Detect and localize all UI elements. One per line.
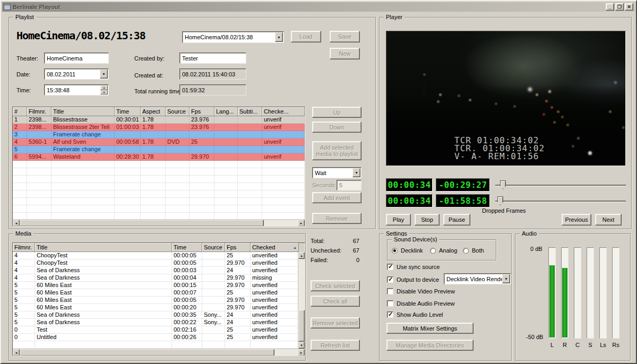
refresh-list-button[interactable]: Refresh list — [311, 340, 360, 351]
playlist-row[interactable] — [13, 176, 305, 183]
playlist-row[interactable]: 6 5994... Wasteland 00:28:30 1.78 29.970… — [13, 153, 305, 161]
playlist-row[interactable] — [13, 190, 305, 198]
next-button[interactable]: Next — [595, 214, 622, 226]
scroll-right-icon[interactable]: ► — [298, 349, 305, 356]
chevron-down-icon[interactable]: ▼ — [100, 70, 108, 79]
matrix-mixer-settings-button[interactable]: Matrix Mixer Settings — [386, 323, 474, 334]
media-hscrollbar[interactable]: ◄ ► — [13, 349, 305, 356]
media-row[interactable]: 5 Sea of Darkness 00:00:35 Sony... 24 un… — [13, 311, 305, 319]
col-filmnr[interactable]: Filmnr. — [27, 107, 51, 116]
media-row[interactable]: 0 Untitled 00:00:26 25 unverified — [13, 334, 305, 341]
col-subtitle[interactable]: Subti... — [238, 107, 262, 116]
radio-icon[interactable] — [392, 248, 398, 254]
disable-video-preview-checkbox[interactable]: Disable Video Preview — [387, 288, 455, 294]
playlist-row[interactable]: 5 Framerate change — [13, 146, 305, 153]
load-button[interactable]: Load — [291, 31, 321, 42]
slider-thumb[interactable] — [497, 196, 503, 205]
chevron-down-icon[interactable]: ▼ — [275, 32, 283, 42]
manage-media-directories-button[interactable]: Manage Media Directories — [386, 340, 474, 351]
use-sync-source-checkbox[interactable]: Use sync source — [387, 264, 440, 270]
media-row[interactable]: 0 Test 00:02:16 25 unverified — [13, 326, 305, 334]
checkbox-icon[interactable] — [387, 288, 393, 294]
up-button[interactable]: Up — [312, 107, 361, 118]
seconds-field[interactable]: 5 — [337, 180, 361, 190]
scroll-down-icon[interactable]: ▼ — [298, 342, 305, 349]
maximize-button[interactable]: ❐ — [615, 3, 624, 11]
new-button[interactable]: New — [330, 48, 360, 59]
media-row[interactable]: 4 ChoopyTest 00:00:05 25 unverified — [13, 252, 305, 259]
col-num[interactable]: # — [13, 107, 27, 116]
playlist-row[interactable]: 3 Framerate change — [13, 131, 305, 138]
media-row[interactable]: 5 Sea of Darkness 00:00:22 Sony... 24 un… — [13, 319, 305, 326]
scroll-left-icon[interactable]: ◄ — [13, 220, 20, 227]
previous-button[interactable]: Previous — [562, 214, 591, 226]
col-source[interactable]: Source — [202, 243, 225, 252]
media-row[interactable]: 4 Sea of Darkness 00:00:04 29.970 missin… — [13, 274, 305, 282]
scroll-thumb[interactable] — [20, 349, 274, 356]
checkbox-icon[interactable] — [387, 300, 393, 307]
check-all-button[interactable]: Check all — [311, 296, 360, 307]
pause-button[interactable]: Pause — [443, 214, 470, 226]
checkbox-icon[interactable] — [387, 276, 393, 283]
radio-analog[interactable]: Analog — [430, 247, 457, 254]
media-row[interactable]: 4 Sea of Darkness 00:00:03 24 unverified — [13, 267, 305, 274]
down-button[interactable]: Down — [312, 122, 361, 133]
col-time[interactable]: Time — [115, 107, 141, 116]
close-button[interactable]: ✕ — [625, 3, 633, 11]
remove-selected-button[interactable]: Remove selected — [311, 317, 360, 328]
minimize-button[interactable]: _ — [606, 3, 614, 11]
playlist-seek-slider[interactable] — [495, 196, 626, 206]
media-row[interactable]: 5 60 Miles East 00:00:15 29.970 unverifi… — [13, 282, 305, 289]
playlist-row[interactable] — [13, 161, 305, 168]
show-audio-level-checkbox[interactable]: Show Audio Level — [387, 311, 443, 318]
theater-field[interactable]: HomeCinema — [44, 53, 109, 64]
playlist-hscrollbar[interactable]: ◄ ► — [13, 219, 305, 226]
radio-icon[interactable] — [463, 248, 469, 254]
chevron-down-icon[interactable]: ▼ — [352, 168, 360, 177]
spinner-buttons[interactable]: ▲▼ — [100, 85, 108, 94]
radio-both[interactable]: Both — [463, 247, 484, 254]
stop-button[interactable]: Stop — [415, 214, 440, 226]
playlist-row[interactable]: 4 5360-1 Alf und Sven 00:00:58 1.78 DVD … — [13, 138, 305, 146]
output-to-device-checkbox[interactable]: Output to device — [387, 276, 439, 283]
date-dropdown[interactable]: 08.02.2011 ▼ — [44, 68, 109, 80]
checkbox-icon[interactable] — [387, 311, 393, 318]
col-fps[interactable]: Fps — [190, 107, 214, 116]
col-title[interactable]: Title — [35, 243, 172, 252]
media-row[interactable]: 5 60 Miles East 00:00:20 29.970 unverifi… — [13, 304, 305, 311]
col-fps[interactable]: Fps — [225, 243, 251, 252]
slider-track[interactable] — [495, 201, 626, 202]
col-filmnr[interactable]: Filmnr. — [13, 243, 35, 252]
playlist-row[interactable]: 1 2398... Blissestrasse 00:30:01 1.78 23… — [13, 116, 305, 124]
col-title[interactable]: Title — [51, 107, 115, 116]
col-lang[interactable]: Lang... — [214, 107, 238, 116]
playlist-row[interactable] — [13, 205, 305, 213]
scroll-left-icon[interactable]: ◄ — [13, 349, 20, 356]
output-device-dropdown[interactable]: Decklink Video Render ▼ — [444, 273, 511, 284]
chevron-down-icon[interactable]: ▼ — [502, 274, 510, 283]
save-button[interactable]: Save — [330, 31, 360, 42]
checkbox-icon[interactable] — [387, 264, 393, 270]
media-row[interactable]: 5 60 Miles East 00:00:05 29.970 unverifi… — [13, 297, 305, 304]
titlebar[interactable]: Berlinale Playout _ ❐ ✕ — [2, 2, 635, 12]
radio-decklink[interactable]: Decklink — [392, 247, 423, 254]
check-selected-button[interactable]: Check selected — [311, 280, 360, 291]
playlist-row[interactable] — [13, 183, 305, 190]
playlist-selector[interactable]: HomeCinema/08.02/15:38 ▼ — [182, 31, 284, 43]
play-button[interactable]: Play — [386, 214, 411, 226]
created-by-field[interactable]: Tester — [179, 53, 246, 64]
add-event-button[interactable]: Add event — [312, 192, 361, 203]
media-row[interactable]: 5 60 Miles East 00:00:07 25 unverified — [13, 289, 305, 297]
event-type-dropdown[interactable]: Wait ▼ — [312, 167, 361, 178]
slider-track[interactable] — [495, 185, 626, 186]
scroll-up-icon[interactable]: ▲ — [298, 252, 305, 259]
radio-icon[interactable] — [430, 248, 436, 254]
col-time[interactable]: Time — [172, 243, 202, 252]
media-row[interactable]: 4 ChoopyTest 00:00:05 29.970 unverified — [13, 259, 305, 267]
col-source[interactable]: Source — [166, 107, 190, 116]
col-checked[interactable]: Checke... — [262, 107, 305, 116]
scroll-right-icon[interactable]: ► — [298, 220, 305, 227]
playlist-row[interactable] — [13, 168, 305, 176]
media-row[interactable] — [13, 341, 305, 349]
playlist-row[interactable]: 2 2398... Blissestrasse 2ter Teil 01:00:… — [13, 124, 305, 131]
